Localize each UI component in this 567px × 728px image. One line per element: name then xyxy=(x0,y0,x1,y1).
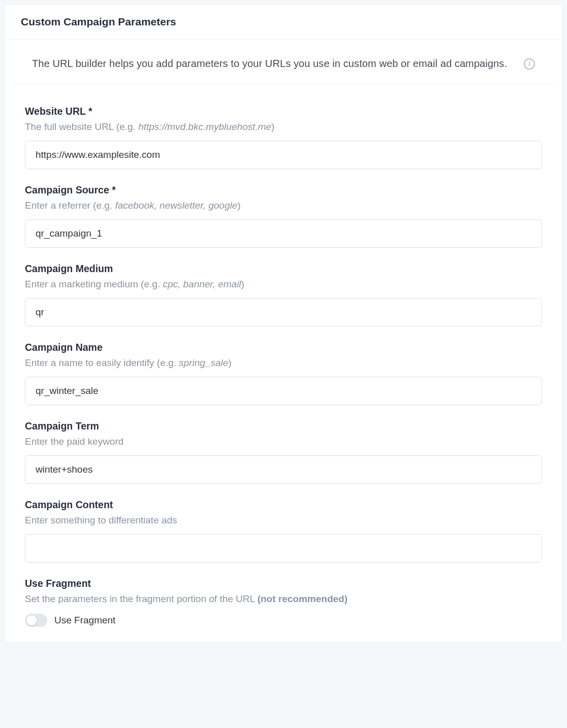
campaign-source-label: Campaign Source * xyxy=(25,184,542,196)
campaign-source-input[interactable] xyxy=(25,219,542,248)
campaign-medium-input[interactable] xyxy=(25,298,542,326)
field-campaign-name: Campaign Name Enter a name to easily ide… xyxy=(25,342,542,405)
field-campaign-source: Campaign Source * Enter a referrer (e.g.… xyxy=(25,184,542,248)
campaign-content-help: Enter something to differentiate ads xyxy=(25,515,542,526)
help-text: Enter a marketing medium (e.g. xyxy=(25,279,163,289)
help-text: Set the parameters in the fragment porti… xyxy=(25,593,258,604)
help-tail: ) xyxy=(237,200,240,211)
field-campaign-content: Campaign Content Enter something to diff… xyxy=(25,499,542,562)
help-text: The full website URL (e.g. xyxy=(25,121,138,132)
field-campaign-medium: Campaign Medium Enter a marketing medium… xyxy=(25,263,542,326)
use-fragment-toggle-label: Use Fragment xyxy=(54,615,115,626)
help-tail: ) xyxy=(241,279,244,289)
help-text: Enter the paid keyword xyxy=(25,436,123,447)
campaign-source-help: Enter a referrer (e.g. facebook, newslet… xyxy=(25,200,542,211)
info-icon[interactable]: i xyxy=(524,58,535,70)
website-url-input[interactable] xyxy=(25,141,542,169)
field-use-fragment: Use Fragment Set the parameters in the f… xyxy=(25,578,542,627)
field-website-url: Website URL * The full website URL (e.g.… xyxy=(25,106,542,169)
help-example: facebook, newsletter, google xyxy=(115,200,237,211)
panel-title: Custom Campaign Parameters xyxy=(21,16,546,28)
campaign-content-input[interactable] xyxy=(25,534,542,562)
help-bold: (not recommended) xyxy=(258,593,348,604)
use-fragment-help: Set the parameters in the fragment porti… xyxy=(25,593,542,605)
help-example: https://mvd.bkc.mybluehost.me xyxy=(138,121,271,132)
campaign-medium-label: Campaign Medium xyxy=(25,263,542,275)
use-fragment-label: Use Fragment xyxy=(25,578,542,589)
use-fragment-toggle-row: Use Fragment xyxy=(25,614,542,627)
form-body: Website URL * The full website URL (e.g.… xyxy=(5,84,562,642)
campaign-name-input[interactable] xyxy=(25,377,542,405)
intro-row: The URL builder helps you add parameters… xyxy=(12,40,555,84)
campaign-name-label: Campaign Name xyxy=(25,342,542,353)
field-campaign-term: Campaign Term Enter the paid keyword xyxy=(25,420,542,484)
help-tail: ) xyxy=(271,121,274,132)
campaign-name-help: Enter a name to easily identify (e.g. sp… xyxy=(25,357,542,369)
campaign-term-input[interactable] xyxy=(25,455,542,484)
panel-header: Custom Campaign Parameters xyxy=(5,5,562,40)
toggle-knob-icon xyxy=(26,615,37,625)
campaign-term-help: Enter the paid keyword xyxy=(25,436,542,447)
use-fragment-toggle[interactable] xyxy=(25,614,47,627)
website-url-label: Website URL * xyxy=(25,106,542,117)
website-url-help: The full website URL (e.g. https://mvd.b… xyxy=(25,121,542,133)
help-text: Enter a name to easily identify (e.g. xyxy=(25,357,179,368)
custom-campaign-panel: Custom Campaign Parameters The URL build… xyxy=(4,4,563,643)
campaign-content-label: Campaign Content xyxy=(25,499,542,511)
help-text: Enter a referrer (e.g. xyxy=(25,200,115,211)
help-tail: ) xyxy=(228,357,231,368)
help-text: Enter something to differentiate ads xyxy=(25,515,177,525)
help-example: spring_sale xyxy=(179,357,228,368)
campaign-medium-help: Enter a marketing medium (e.g. cpc, bann… xyxy=(25,279,542,290)
intro-text: The URL builder helps you add parameters… xyxy=(32,58,507,70)
campaign-term-label: Campaign Term xyxy=(25,420,542,432)
help-example: cpc, banner, email xyxy=(163,279,241,289)
